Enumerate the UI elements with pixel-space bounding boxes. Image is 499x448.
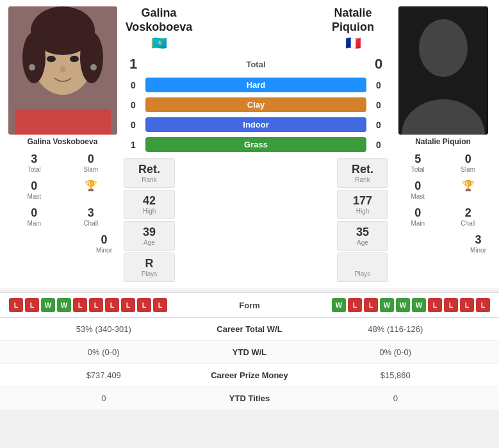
player2-stats-grid: 5 Total 0 Slam 0 Mast 🏆 0 Main [393,150,493,256]
hard-score-p2: 0 [369,80,388,90]
player1-slam-value: 0 [88,153,94,166]
player2-slam-value: 0 [465,153,471,166]
player1-rank-card: Ret. Rank [124,158,175,188]
svg-point-4 [22,32,45,83]
player2-name: Natalie Piquion [415,137,471,146]
total-label: Total [143,60,369,69]
player1-plays-card: R Plays [124,253,175,282]
surface-row-indoor: 0 Indoor 0 [124,117,388,132]
stat-row-p2: $15,860 [301,370,491,380]
form-badge: L [444,298,458,312]
center-block: Galina Voskoboeva 🇰🇿 Natalie Piquion 🇫🇷 … [124,6,388,282]
surface-row-clay: 0 Clay 0 [124,97,388,112]
player1-form-badges: LLWWLLLLLL [9,298,167,312]
total-score-row: 1 Total 0 [124,56,388,72]
form-badge: W [396,298,410,312]
player2-mast-value: 0 [414,179,421,193]
player1-main-cell: 0 Main [6,204,62,229]
player2-high-val: 177 [353,194,372,208]
player2-main-value: 0 [414,206,421,220]
player2-slam-cell: 0 Slam [444,150,493,176]
form-badge: L [460,298,474,312]
player1-mast-value: 0 [31,179,37,193]
player1-minor-value: 0 [101,233,107,247]
player1-slam-cell: 0 Slam [63,150,119,176]
player2-trophy-cell: 🏆 [444,177,493,203]
player2-minor-cell: 3 Minor [469,231,493,256]
player1-rank-lbl: Rank [142,176,156,183]
form-badge: W [41,298,55,312]
player1-rank-val: Ret. [138,163,160,176]
stat-row-label: Career Prize Money [199,370,301,380]
info-cards-row: Ret. Rank 42 High 39 Age R Plays [124,158,388,282]
player2-age-val: 35 [356,226,369,239]
player1-photo [8,6,117,135]
player1-chall-label: Chall [83,220,98,227]
score-p2: 0 [369,56,388,72]
player1-trophy-icon: 🏆 [85,179,97,192]
surface-row-hard: 0 Hard 0 [124,78,388,92]
player2-main-label: Main [411,220,425,227]
player1-plays-val: R [145,257,154,270]
grass-score-p2: 0 [369,140,388,150]
player2-slam-label: Slam [461,166,475,173]
surface-row-grass: 1 Grass 0 [124,137,388,152]
player2-main-cell: 0 Main [393,204,443,229]
main-container: Galina Voskoboeva 3 Total 0 Slam 0 Mast … [0,0,499,410]
player1-section: Galina Voskoboeva 3 Total 0 Slam 0 Mast … [6,6,119,256]
stat-row-label: Career Total W/L [199,324,301,334]
player1-info-cards: Ret. Rank 42 High 39 Age R Plays [124,158,175,282]
stat-row-p2: 0 [301,394,491,403]
hard-score-p1: 0 [124,80,143,90]
player2-mast-label: Mast [411,193,425,200]
stat-row: 0YTD Titles0 [0,387,499,410]
indoor-badge: Indoor [145,117,366,132]
player1-chall-value: 3 [88,206,94,220]
player1-high-lbl: High [143,208,156,215]
form-badge: L [9,298,23,312]
player2-mast-cell: 0 Mast [393,177,443,203]
player1-total-label: Total [28,166,41,173]
form-badge: W [380,298,394,312]
player2-plays-card: Plays [337,253,388,282]
clay-score-p1: 0 [124,100,143,110]
player2-chall-label: Chall [461,220,475,227]
player1-minor-label: Minor [96,247,112,254]
player1-trophy-cell: 🏆 [63,177,119,203]
player2-minor-value: 3 [475,233,481,247]
player2-trophy-icon: 🏆 [462,179,475,192]
player2-info-cards: Ret. Rank 177 High 35 Age Plays [337,158,388,282]
form-badge: L [348,298,362,312]
stat-row-p1: 0 [9,394,199,403]
stat-row-p1: 53% (340-301) [9,324,199,334]
player1-chall-cell: 3 Chall [63,204,119,229]
indoor-score-p2: 0 [369,120,388,130]
player1-header: Galina Voskoboeva 🇰🇿 [124,6,194,51]
player2-plays-lbl: Plays [355,270,370,278]
player1-mast-label: Mast [27,193,41,200]
player2-photo [398,6,488,135]
svg-point-7 [70,56,79,62]
form-section: LLWWLLLLLL Form WLLWWWLLLL [0,292,499,317]
svg-point-6 [47,56,56,62]
grass-score-p1: 1 [124,140,143,150]
player1-high-val: 42 [143,194,156,208]
player2-plays-val [361,257,364,270]
comparison-section: Galina Voskoboeva 3 Total 0 Slam 0 Mast … [0,0,499,288]
player1-flag: 🇰🇿 [124,35,194,51]
form-badge: W [332,298,346,312]
form-badge: L [476,298,490,312]
score-p1: 1 [124,56,143,72]
player1-age-card: 39 Age [124,221,175,251]
data-rows: 53% (340-301)Career Total W/L48% (116-12… [0,317,499,410]
player2-age-lbl: Age [357,239,368,246]
form-badge: L [137,298,151,312]
stat-row: 53% (340-301)Career Total W/L48% (116-12… [0,318,499,341]
form-badge: L [73,298,87,312]
svg-rect-11 [15,109,111,135]
player2-section: Natalie Piquion 5 Total 0 Slam 0 Mast 🏆 [393,6,493,256]
player2-high-card: 177 High [337,190,388,219]
player1-plays-lbl: Plays [142,270,157,278]
form-badge: L [25,298,39,312]
clay-badge: Clay [145,97,366,112]
